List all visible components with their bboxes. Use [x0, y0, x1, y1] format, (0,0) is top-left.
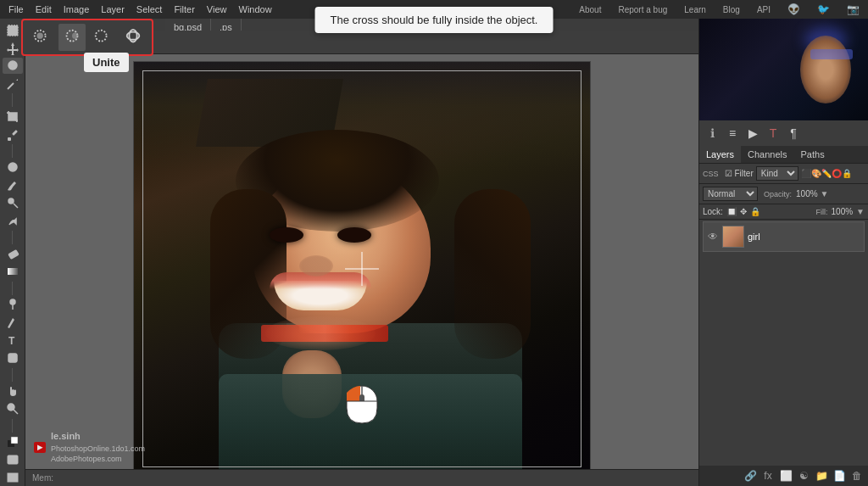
layers-tabs: Layers Channels Paths [699, 146, 868, 164]
reddit-icon[interactable]: 👽 [782, 2, 805, 17]
tool-text[interactable]: T [3, 332, 23, 349]
tool-brush[interactable] [3, 177, 23, 193]
layers-filter-row: CSS ☑ Filter Kind ⬛🎨✏️⭕🔒 [699, 164, 868, 184]
mask-icon[interactable]: ⬜ [778, 468, 793, 483]
watermark-line1: PhotoshopOnline.1do1.com [51, 444, 145, 455]
svg-rect-25 [8, 354, 17, 362]
menu-layer[interactable]: Layer [96, 3, 130, 16]
screen-mode-icon[interactable] [3, 470, 23, 486]
layer-eye-icon[interactable]: 👁 [707, 231, 719, 243]
folder-icon[interactable]: 📁 [814, 468, 829, 483]
tool-eyedropper[interactable] [3, 126, 23, 142]
menu-filter[interactable]: Filter [169, 3, 199, 16]
canvas-container[interactable] [42, 68, 682, 469]
lock-position-icon[interactable]: ✥ [740, 207, 747, 216]
right-icon-2[interactable]: ▶ [743, 124, 762, 142]
layer-name: girl [748, 232, 760, 242]
kind-select[interactable]: Kind [756, 166, 798, 181]
tool-magic-wand[interactable] [3, 75, 23, 92]
right-icon-4[interactable]: ¶ [784, 124, 803, 142]
tool-history-brush[interactable] [3, 213, 23, 229]
add-layer-icon[interactable]: 🔗 [743, 468, 758, 483]
tool-eraser[interactable] [3, 246, 23, 262]
lasso-tools-popup [21, 19, 153, 56]
delete-layer-icon[interactable]: 🗑 [849, 468, 865, 483]
menu-edit[interactable]: Edit [31, 3, 57, 16]
tool-move[interactable] [3, 40, 23, 56]
layers-panel: Layers Channels Paths CSS ☑ Filter Kind … [699, 146, 868, 486]
menu-report-bug[interactable]: Report a bug [613, 3, 672, 16]
layer-item-girl[interactable]: 👁 girl [703, 221, 865, 252]
tool-dodge[interactable] [3, 297, 23, 313]
svg-rect-32 [8, 473, 18, 482]
tool-pen[interactable] [3, 315, 23, 331]
lasso-tool-3[interactable] [89, 24, 116, 51]
tool-crop[interactable] [3, 109, 23, 125]
tool-shape[interactable] [3, 350, 23, 366]
tool-selection[interactable] [3, 22, 23, 38]
svg-point-1 [37, 33, 43, 39]
crosshair [345, 252, 379, 286]
menu-window[interactable]: Window [234, 3, 277, 16]
lock-pixel-icon[interactable]: 🔲 [726, 207, 737, 216]
info-icon[interactable]: ℹ [703, 124, 721, 142]
camera-preview [699, 19, 868, 120]
lasso-tool-2[interactable] [58, 24, 86, 51]
menu-api[interactable]: API [752, 3, 776, 16]
opacity-triangle[interactable]: ▼ [821, 189, 829, 198]
tool-zoom[interactable] [3, 401, 23, 417]
status-bar: Mem: [25, 469, 698, 486]
lock-all-icon[interactable]: 🔒 [750, 207, 760, 216]
svg-line-27 [14, 410, 18, 414]
tool-hand[interactable] [3, 383, 23, 399]
menu-select[interactable]: Select [131, 3, 168, 16]
left-tool-panel: T [0, 19, 25, 486]
watermark-line2: AdobePhotopes.com [51, 454, 145, 465]
tool-clone-stamp[interactable] [3, 195, 23, 211]
quick-mask-icon[interactable] [3, 452, 23, 468]
tool-lasso[interactable] [3, 58, 23, 74]
tool-heal[interactable] [3, 159, 23, 176]
menu-about[interactable]: About [574, 3, 606, 16]
svg-rect-29 [11, 437, 18, 444]
filter-checkbox[interactable]: ☑ [725, 169, 732, 178]
opacity-value[interactable]: 100% [796, 189, 818, 198]
tab-paths[interactable]: Paths [794, 146, 832, 163]
adjustment-icon[interactable]: ☯ [796, 468, 811, 483]
lasso-tool-1[interactable] [28, 24, 55, 51]
youtube-icon: ▶ [34, 442, 46, 453]
camera-icon[interactable]: 📷 [842, 2, 865, 17]
menu-file[interactable]: File [3, 3, 29, 16]
tab-channels[interactable]: Channels [741, 146, 793, 163]
svg-rect-13 [11, 129, 17, 135]
tool-gradient[interactable] [3, 264, 23, 280]
svg-rect-14 [8, 137, 11, 141]
tab-layers[interactable]: Layers [699, 146, 741, 163]
canvas-wrapper [133, 61, 591, 477]
filter-icons: ⬛🎨✏️⭕🔒 [801, 169, 852, 178]
fill-value[interactable]: 100% [832, 207, 854, 216]
lasso-tool-4[interactable] [120, 24, 147, 51]
right-icon-1[interactable]: ≡ [723, 124, 742, 142]
main-tooltip: The cross should be fully inside the obj… [315, 7, 554, 33]
svg-rect-20 [8, 250, 19, 259]
lock-row: Lock: 🔲 ✥ 🔒 Fill: 100% ▼ [699, 204, 868, 220]
new-layer-icon[interactable]: 📄 [832, 468, 847, 483]
fill-triangle[interactable]: ▼ [856, 207, 865, 216]
status-mem: Mem: [32, 473, 53, 483]
menu-blog[interactable]: Blog [718, 3, 745, 16]
menu-image[interactable]: Image [58, 3, 95, 16]
svg-point-4 [96, 31, 107, 42]
watermark: ▶ le.sinh PhotoshopOnline.1do1.com Adobe… [34, 430, 145, 465]
twitter-icon[interactable]: 🐦 [812, 2, 835, 17]
menu-view[interactable]: View [202, 3, 232, 16]
foreground-color[interactable] [3, 434, 23, 450]
right-icon-3[interactable]: T [764, 124, 782, 142]
filter-label: Filter [735, 169, 754, 178]
unite-tooltip: Unite [84, 53, 129, 72]
blend-mode-select[interactable]: Normal [703, 187, 758, 201]
css-label: CSS [703, 170, 719, 178]
panel-bottom-icons: 🔗 fx ⬜ ☯ 📁 📄 🗑 [699, 466, 868, 486]
effects-icon[interactable]: fx [760, 468, 776, 483]
menu-learn[interactable]: Learn [679, 3, 711, 16]
